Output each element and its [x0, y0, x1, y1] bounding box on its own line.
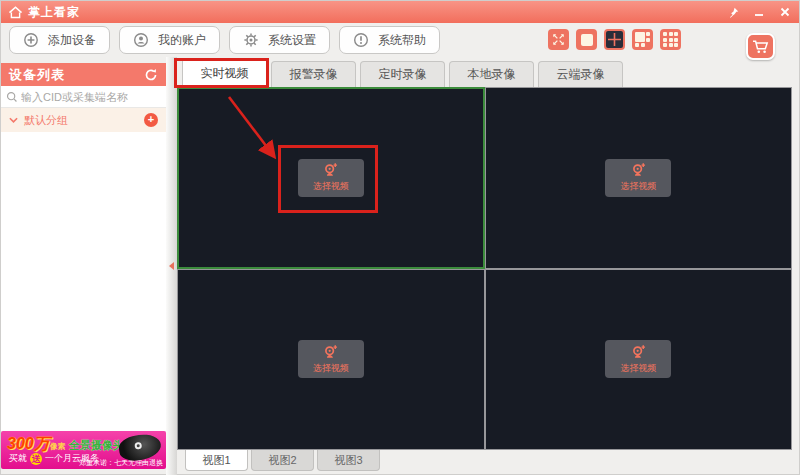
ad-green-text: 全景摄像头 — [69, 439, 124, 451]
close-icon[interactable] — [778, 5, 792, 19]
search-icon — [6, 91, 18, 103]
tab-alarm-record[interactable]: 报警录像 — [271, 61, 356, 87]
tab-local-record-label: 本地录像 — [468, 66, 516, 83]
device-list-title: 设备列表 — [9, 66, 65, 84]
app-title: 掌上看家 — [28, 4, 80, 21]
ad-pixel-text: 像素 — [50, 442, 66, 451]
fullscreen-view-icon[interactable] — [548, 29, 569, 50]
view-tab-bar: 视图1 视图2 视图3 — [177, 450, 799, 475]
video-cell-1[interactable]: 选择视频 — [177, 87, 485, 269]
quad-view-icon[interactable] — [604, 29, 625, 50]
ad-promo-pre: 买就 — [9, 452, 27, 465]
minimize-icon[interactable] — [752, 5, 766, 19]
select-video-button-1[interactable]: 选择视频 — [298, 159, 364, 197]
select-video-button-2[interactable]: 选择视频 — [605, 159, 671, 197]
refresh-icon[interactable] — [144, 68, 158, 82]
device-list-body — [1, 132, 166, 431]
view-tab-3[interactable]: 视图3 — [317, 450, 380, 471]
view-tab-3-label: 视图3 — [334, 453, 362, 468]
my-account-label: 我的账户 — [158, 32, 206, 49]
system-help-button[interactable]: 系统帮助 — [339, 26, 440, 54]
cart-icon — [752, 39, 770, 55]
video-grid: 选择视频 选择视频 — [177, 87, 792, 450]
main-panel: 实时视频 报警录像 定时录像 本地录像 云端录像 选择视频 — [177, 57, 799, 475]
plus-icon[interactable]: + — [144, 113, 158, 127]
view-tab-2-label: 视图2 — [268, 453, 296, 468]
store-cart-button[interactable] — [746, 33, 775, 60]
select-video-label: 选择视频 — [313, 362, 349, 375]
select-video-label: 选择视频 — [620, 362, 656, 375]
titlebar: 掌上看家 — [1, 1, 799, 23]
ad-big-text: 300万 — [7, 435, 50, 452]
tab-timed-record[interactable]: 定时录像 — [360, 61, 445, 87]
ad-promo-badge: 送 — [30, 453, 42, 465]
system-settings-label: 系统设置 — [268, 32, 316, 49]
record-tab-bar: 实时视频 报警录像 定时录像 本地录像 云端录像 — [177, 57, 799, 87]
webcam-add-icon — [630, 162, 647, 179]
device-search-box — [1, 86, 166, 108]
ad-promise-text: 郑重承诺：七天无理由退换 — [79, 458, 163, 468]
app-window: 掌上看家 添加设备 我 — [0, 0, 800, 475]
help-icon — [353, 32, 369, 48]
system-help-label: 系统帮助 — [378, 32, 426, 49]
chevron-down-icon — [9, 117, 18, 124]
select-video-label: 选择视频 — [620, 180, 656, 193]
view-tab-2[interactable]: 视图2 — [251, 450, 314, 471]
select-video-button-4[interactable]: 选择视频 — [605, 340, 671, 378]
system-settings-button[interactable]: 系统设置 — [229, 26, 330, 54]
video-cell-3[interactable]: 选择视频 — [177, 269, 485, 451]
webcam-add-icon — [322, 162, 339, 179]
add-device-label: 添加设备 — [48, 32, 96, 49]
webcam-add-icon — [322, 344, 339, 361]
home-icon — [8, 5, 23, 20]
tab-cloud-record[interactable]: 云端录像 — [538, 61, 623, 87]
my-account-button[interactable]: 我的账户 — [119, 26, 220, 54]
tab-timed-record-label: 定时录像 — [379, 66, 427, 83]
view-tab-1-label: 视图1 — [202, 453, 230, 468]
tab-live-video-label: 实时视频 — [201, 65, 249, 82]
toolbar: 添加设备 我的账户 系统设置 系统帮助 — [1, 23, 799, 57]
pin-icon[interactable] — [726, 5, 740, 19]
tab-live-video[interactable]: 实时视频 — [182, 58, 267, 87]
add-device-icon — [23, 32, 39, 48]
ad-banner[interactable]: 300万像素全景摄像头 买就 送 一个月云服务 郑重承诺：七天无理由退换 — [1, 431, 166, 469]
default-group-row[interactable]: 默认分组 + — [1, 108, 166, 132]
six-view-icon[interactable] — [632, 29, 653, 50]
select-video-label: 选择视频 — [313, 180, 349, 193]
collapse-left-icon — [169, 262, 174, 270]
tab-alarm-record-label: 报警录像 — [290, 66, 338, 83]
default-group-label: 默认分组 — [24, 113, 68, 128]
sidebar-collapse-handle[interactable] — [166, 57, 177, 475]
nine-view-icon[interactable] — [660, 29, 681, 50]
layout-switcher — [548, 29, 681, 50]
select-video-button-3[interactable]: 选择视频 — [298, 340, 364, 378]
device-list-header: 设备列表 — [1, 63, 166, 86]
add-device-button[interactable]: 添加设备 — [9, 26, 110, 54]
tab-cloud-record-label: 云端录像 — [557, 66, 605, 83]
webcam-add-icon — [630, 344, 647, 361]
device-search-input[interactable] — [21, 91, 156, 103]
view-tab-1[interactable]: 视图1 — [185, 450, 248, 471]
video-cell-2[interactable]: 选择视频 — [485, 87, 793, 269]
account-icon — [133, 32, 149, 48]
tab-local-record[interactable]: 本地录像 — [449, 61, 534, 87]
settings-gear-icon — [243, 32, 259, 48]
video-cell-4[interactable]: 选择视频 — [485, 269, 793, 451]
device-sidebar: 设备列表 默认分组 + — [1, 57, 166, 475]
single-view-icon[interactable] — [576, 29, 597, 50]
